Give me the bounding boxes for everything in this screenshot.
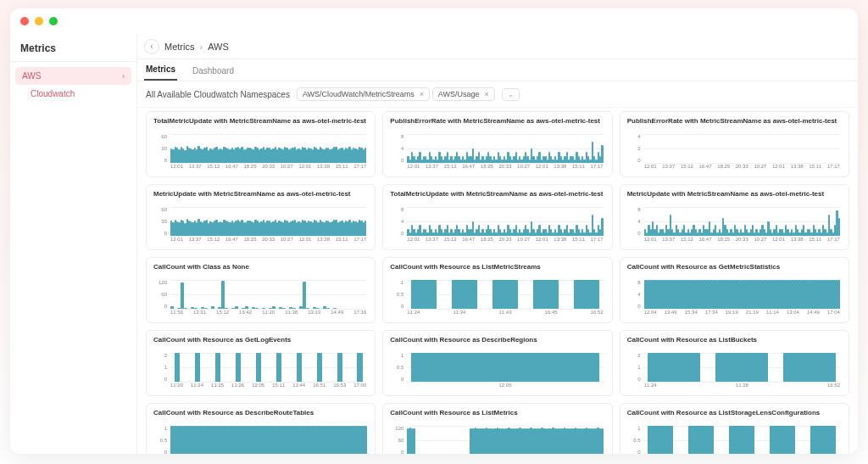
chart-card[interactable]: TotalMetricUpdate with MetricStreamName … (382, 184, 612, 250)
x-tick: 17:17 (353, 164, 366, 173)
x-tick: 11:34 (453, 310, 465, 319)
close-icon[interactable]: × (420, 90, 424, 98)
sidebar-tree: AWS›Cloudwatch (10, 62, 136, 108)
namespace-chip[interactable]: AWS/CloudWatch/MetricStreams× (297, 87, 430, 101)
y-tick: 8 (627, 207, 643, 212)
x-tick: 12:05 (498, 383, 511, 392)
chevron-right-icon: › (122, 72, 125, 81)
close-icon[interactable]: × (485, 90, 489, 98)
x-tick: 18:25 (717, 237, 730, 246)
x-tick: 20:33 (262, 237, 275, 246)
filter-label: All Available Cloudwatch Namespaces (146, 90, 290, 99)
chart-card[interactable]: CallCount with Resource as GetLogEvents2… (146, 330, 376, 396)
x-tick: 20:33 (736, 164, 748, 173)
x-tick: 13:37 (426, 164, 438, 173)
chart-title: CallCount with Resource as GetMetricStat… (627, 263, 842, 278)
x-tick: 12:04 (644, 310, 657, 319)
x-tick: 16:47 (699, 237, 712, 246)
x-tick: 12:01 (407, 164, 420, 173)
filter-bar: All Available Cloudwatch Namespaces AWS/… (137, 81, 858, 108)
minimize-icon[interactable] (35, 17, 43, 25)
x-tick: 18:25 (244, 164, 257, 173)
sidebar-item-cloudwatch[interactable]: Cloudwatch (15, 85, 131, 103)
chart-card[interactable]: PublishErrorRate with MetricStreamName a… (620, 111, 849, 177)
x-tick: 12:01 (170, 164, 183, 173)
chart-title: CallCount with Resource as ListStorageLe… (627, 409, 842, 424)
x-tick: 16:47 (225, 164, 238, 173)
breadcrumb-leaf: AWS (208, 42, 229, 52)
x-tick: 15:11 (336, 237, 348, 246)
namespace-chip[interactable]: AWS/Usage× (432, 87, 495, 101)
chart-card[interactable]: CallCount with Resource as ListBuckets21… (620, 330, 849, 396)
x-tick: 16:47 (462, 237, 475, 246)
x-tick: 20:33 (498, 164, 511, 173)
y-tick: 0 (390, 231, 405, 236)
breadcrumb-back-button[interactable]: ‹ (144, 39, 159, 54)
chart-card[interactable]: CallCount with Resource as ListMetrics12… (382, 403, 612, 454)
x-tick: 16:51 (313, 383, 326, 392)
close-icon[interactable] (20, 17, 29, 25)
x-tick: 12:01 (644, 237, 657, 246)
x-tick: 15:11 (809, 237, 821, 246)
chart-card[interactable]: CallCount with Resource as ListStorageLe… (620, 403, 849, 454)
y-tick: 0 (627, 231, 643, 236)
x-tick: 15:12 (681, 164, 693, 173)
chevron-right-icon: › (199, 42, 203, 52)
chart-card[interactable]: CallCount with Class as None12060011:561… (146, 257, 376, 323)
x-tick: 21:19 (746, 310, 759, 319)
tab-dashboard[interactable]: Dashboard (191, 61, 236, 81)
x-tick: 18:25 (481, 237, 493, 246)
x-tick: 11:44 (292, 383, 305, 392)
y-tick: 60 (153, 292, 169, 297)
x-tick: 11:43 (498, 310, 511, 319)
x-tick: 11:14 (766, 310, 779, 319)
x-tick: 10:27 (281, 164, 293, 173)
y-tick: 60 (153, 134, 169, 139)
tabs: MetricsDashboard (137, 59, 858, 81)
chart-title: TotalMetricUpdate with MetricStreamName … (153, 117, 368, 132)
maximize-icon[interactable] (49, 17, 58, 25)
x-tick: 15:12 (207, 164, 220, 173)
x-tick: 19:19 (726, 310, 738, 319)
chart-plot: 21011:2411:2816:52 (627, 353, 842, 392)
x-tick: 16:53 (333, 383, 346, 392)
chart-card[interactable]: CallCount with Resource as ListMetricStr… (382, 257, 612, 323)
x-tick: 16:45 (545, 310, 558, 319)
chart-card[interactable]: CallCount with Resource as DescribeRoute… (146, 403, 376, 454)
x-tick: 12:01 (407, 237, 420, 246)
sidebar-item-aws[interactable]: AWS› (15, 67, 131, 85)
y-tick: 0 (153, 450, 169, 454)
y-tick: 30 (153, 219, 169, 224)
y-tick: 4 (627, 292, 643, 297)
x-tick: 15:11 (272, 383, 285, 392)
chart-card[interactable]: MetricUpdate with MetricStreamName as aw… (146, 184, 376, 250)
chart-card[interactable]: CallCount with Resource as GetMetricStat… (620, 257, 849, 323)
x-tick: 15:11 (336, 164, 348, 173)
chart-plot: 10.5012:05 (390, 353, 604, 392)
x-tick: 18:25 (244, 237, 257, 246)
x-tick: 12:01 (772, 164, 785, 173)
chart-card[interactable]: PublishErrorRate with MetricStreamName a… (382, 111, 612, 177)
chart-plot: 6030012:0113:3715:1216:4718:2520:3310:27… (153, 134, 368, 173)
chart-title: CallCount with Resource as DescribeRoute… (153, 409, 368, 424)
chart-plot: 84012:0113:3715:1216:4718:2520:3310:2712… (390, 207, 604, 246)
chart-plot: 12060011:5613:3115:1216:4211:2011:3813:1… (153, 280, 368, 319)
y-tick: 1 (153, 426, 169, 431)
breadcrumb-root[interactable]: Metrics (164, 42, 194, 52)
namespace-dropdown[interactable]: ⌄ (502, 88, 520, 101)
x-tick: 15:12 (444, 164, 457, 173)
chart-card[interactable]: MetricUpdate with MetricStreamName as aw… (620, 184, 849, 250)
y-tick: 0 (627, 158, 643, 163)
x-tick: 13:37 (189, 164, 202, 173)
chip-label: AWS/CloudWatch/MetricStreams (303, 90, 415, 98)
chart-title: MetricUpdate with MetricStreamName as aw… (153, 190, 368, 205)
chart-plot: 10.5012:0613:5115:3717:2219:0621:2111:21… (153, 426, 368, 454)
tab-metrics[interactable]: Metrics (144, 59, 177, 81)
chart-card[interactable]: CallCount with Resource as DescribeRegio… (382, 330, 612, 396)
x-tick: 17:17 (827, 164, 840, 173)
main-panel: ‹ Metrics › AWS MetricsDashboard All Ava… (137, 34, 858, 454)
chart-plot: 84012:0413:4915:3417:3419:1921:1911:1413… (627, 280, 842, 319)
x-tick: 16:52 (827, 383, 840, 392)
x-tick: 14:49 (331, 310, 343, 319)
chart-card[interactable]: TotalMetricUpdate with MetricStreamName … (146, 111, 376, 177)
